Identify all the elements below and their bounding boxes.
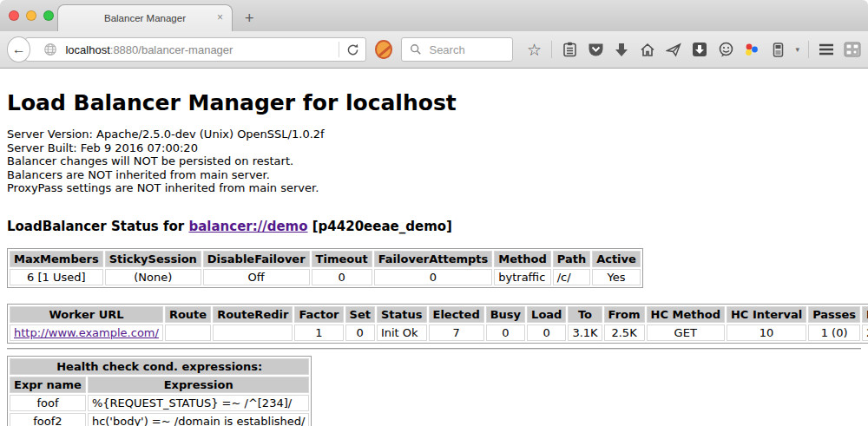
tab-groups-grid-icon[interactable]	[844, 41, 861, 58]
from-value: 2.5K	[604, 324, 645, 341]
load-value: 0	[527, 324, 566, 341]
table-row: foof2 hc('body') =~ /domain is establish…	[10, 413, 309, 426]
clipper-battery-icon[interactable]	[769, 41, 786, 58]
bookmarks-clipboard-icon[interactable]	[561, 41, 578, 58]
elected-value: 7	[429, 324, 484, 341]
hc-method-value: GET	[647, 324, 725, 341]
server-info: Server Version: Apache/2.5.0-dev (Unix) …	[7, 128, 861, 195]
col-timeout: Timeout	[312, 251, 372, 267]
minimize-window-button[interactable]	[26, 10, 36, 21]
stickysession-value: (None)	[105, 269, 201, 285]
col-fails: Fails	[862, 306, 868, 323]
col-status: Status	[377, 306, 427, 323]
table-header-row: MaxMembers StickySession DisableFailover…	[10, 251, 641, 267]
url-bar[interactable]: localhost:8880/balancer-manager	[25, 37, 366, 62]
send-plane-icon[interactable]	[665, 41, 682, 58]
expr-name-value: foof2	[10, 413, 86, 426]
url-text[interactable]: localhost:8880/balancer-manager	[65, 43, 339, 56]
page-content: Load Balancer Manager for localhost Serv…	[0, 69, 868, 426]
health-check-table: Health check cond. expressions: Expr nam…	[7, 356, 312, 426]
reload-button[interactable]	[339, 43, 365, 56]
expression-value: %{REQUEST_STATUS} =~ /^[234]/	[88, 395, 310, 411]
col-from: From	[604, 306, 645, 323]
toolbar-icons: ☆	[525, 41, 861, 58]
passes-value: 1 (0)	[808, 324, 860, 341]
toolbar-separator-2	[808, 41, 809, 58]
expr-name-value: foof	[10, 395, 86, 411]
col-routeredir: RouteRedir	[213, 306, 293, 323]
col-factor: Factor	[294, 306, 343, 323]
downloads-icon[interactable]	[613, 41, 630, 58]
window-controls	[9, 10, 54, 21]
page-title: Load Balancer Manager for localhost	[7, 90, 861, 115]
worker-url-link[interactable]: http://www.example.com/	[14, 326, 159, 339]
plugin-blocked-icon[interactable]	[375, 40, 392, 59]
active-value: Yes	[592, 269, 641, 285]
proxypass-warning-line: ProxyPass settings are NOT inherited fro…	[7, 181, 861, 195]
tab-title: Balancer Manager	[104, 13, 186, 23]
timeout-value: 0	[312, 269, 372, 285]
col-elected: Elected	[429, 306, 484, 323]
url-domain: localhost	[65, 43, 109, 56]
home-icon[interactable]	[639, 41, 656, 58]
hc-interval-value: 10	[727, 324, 806, 341]
tab-balancer-manager[interactable]: Balancer Manager ×	[57, 4, 233, 31]
heading-suffix: [p4420eeae_demo]	[308, 219, 452, 234]
table-row: 6 [1 Used] (None) Off 0 0 bytraffic /c/ …	[10, 269, 641, 285]
navigation-toolbar: ← localhost:8880/balancer-manager ☆	[0, 31, 868, 69]
method-value: bytraffic	[494, 269, 550, 285]
pocket-icon[interactable]	[587, 41, 604, 58]
col-passes: Passes	[808, 306, 860, 323]
maxmembers-value: 6 [1 Used]	[10, 269, 103, 285]
worker-table: Worker URL Route RouteRedir Factor Set S…	[7, 304, 868, 344]
col-disablefailover: DisableFailover	[203, 251, 310, 267]
health-table-title: Health check cond. expressions:	[10, 358, 309, 375]
col-worker-url: Worker URL	[10, 306, 163, 323]
table-title-row: Health check cond. expressions:	[10, 358, 309, 375]
emoji-feedback-icon[interactable]	[717, 41, 734, 58]
col-expr-name: Expr name	[10, 377, 86, 393]
table-row: foof %{REQUEST_STATUS} =~ /^[234]/	[10, 395, 309, 411]
search-input[interactable]	[429, 43, 507, 56]
divider	[7, 348, 861, 350]
extension-download-icon[interactable]	[691, 41, 708, 58]
fails-value: 2 (0)	[862, 324, 868, 341]
balancer-demo-link[interactable]: balancer://demo	[188, 219, 307, 234]
search-icon	[407, 41, 424, 58]
col-expression: Expression	[88, 377, 310, 393]
balancer-settings-table: MaxMembers StickySession DisableFailover…	[7, 248, 643, 288]
globe-icon	[42, 41, 59, 58]
route-value	[165, 324, 211, 341]
col-hc-interval: HC Interval	[727, 306, 806, 323]
download-helper-dots-icon[interactable]	[743, 41, 760, 58]
url-path: :8880/balancer-manager	[110, 43, 233, 56]
tab-close-icon[interactable]: ×	[217, 12, 223, 23]
bookmark-star-icon[interactable]: ☆	[525, 41, 542, 58]
toolbar-separator	[551, 41, 552, 58]
hamburger-menu-icon[interactable]	[818, 41, 835, 58]
table-header-row: Worker URL Route RouteRedir Factor Set S…	[10, 306, 868, 323]
col-busy: Busy	[486, 306, 525, 323]
status-value: Init Ok	[377, 324, 427, 341]
browser-window: Balancer Manager × + ← localhost:8880/ba…	[0, 0, 868, 426]
close-window-button[interactable]	[9, 10, 19, 21]
col-stickysession: StickySession	[105, 251, 201, 267]
col-hc-method: HC Method	[647, 306, 725, 323]
factor-value: 1	[294, 324, 343, 341]
col-method: Method	[494, 251, 550, 267]
expression-value: hc('body') =~ /domain is established/	[88, 413, 310, 426]
col-route: Route	[165, 306, 211, 323]
search-bar[interactable]	[401, 37, 513, 62]
zoom-window-button[interactable]	[43, 10, 54, 21]
tab-bar: Balancer Manager × +	[0, 0, 868, 31]
table-header-row: Expr name Expression	[10, 377, 309, 393]
chevron-down-icon[interactable]: ▾	[795, 45, 799, 54]
new-tab-button[interactable]: +	[245, 10, 254, 26]
balancer-status-heading: LoadBalancer Status for balancer://demo …	[7, 219, 861, 234]
set-value: 0	[345, 324, 375, 341]
col-active: Active	[592, 251, 641, 267]
table-row: http://www.example.com/ 1 0 Init Ok 7 0 …	[10, 324, 868, 341]
col-to: To	[568, 306, 602, 323]
failoverattempts-value: 0	[374, 269, 493, 285]
server-version-line: Server Version: Apache/2.5.0-dev (Unix) …	[7, 128, 861, 141]
